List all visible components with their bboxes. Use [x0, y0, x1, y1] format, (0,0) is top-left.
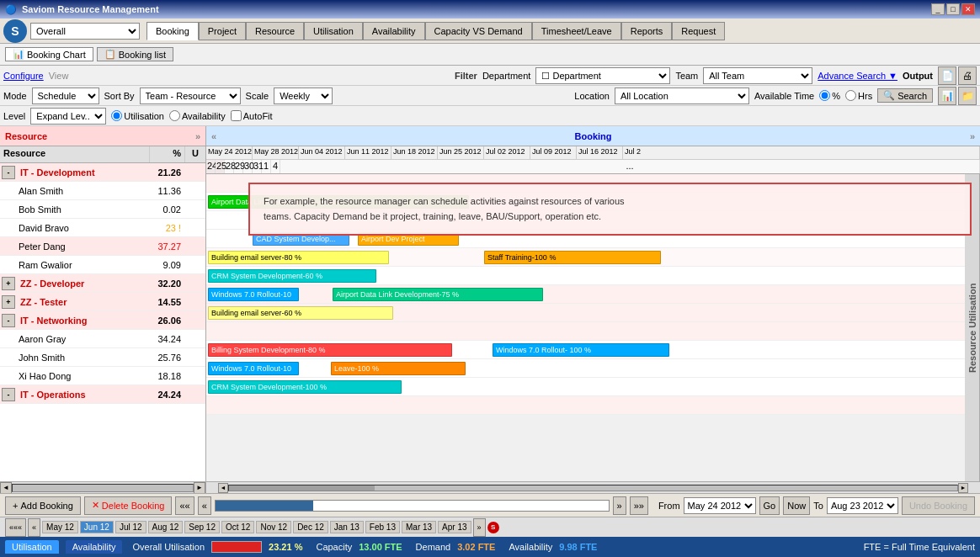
h-scrollbar-thumb[interactable]	[229, 485, 375, 491]
tab-booking[interactable]: Booking	[146, 22, 199, 40]
go-btn[interactable]: Go	[759, 496, 780, 515]
bar-zz-airport[interactable]: Airport Data Link Development-75 %	[333, 288, 543, 301]
row-alan-smith[interactable]: Alan Smith 11.36	[0, 182, 205, 200]
expand-left-icon[interactable]: »	[195, 131, 200, 141]
month-feb13[interactable]: Feb 13	[365, 521, 400, 533]
h-scroll-gantt[interactable]: ◄ ►	[206, 481, 980, 493]
undo-booking-btn[interactable]: Undo Booking	[902, 496, 975, 515]
overall-dropdown[interactable]: Overall	[30, 23, 140, 40]
h-scroll-left[interactable]	[12, 484, 194, 492]
h-scrollbar[interactable]	[228, 485, 958, 491]
month-may12[interactable]: May 12	[42, 521, 78, 533]
utilisation-radio-label[interactable]: Utilisation	[111, 110, 164, 121]
status-tab-availability[interactable]: Availability	[66, 540, 123, 554]
export-icon-2[interactable]: 📁	[958, 87, 977, 105]
month-jul12[interactable]: Jul 12	[115, 521, 146, 533]
availability-radio-label[interactable]: Availability	[169, 110, 226, 121]
bar-ram-crm[interactable]: CRM System Development-60 %	[208, 269, 376, 283]
month-mar13[interactable]: Mar 13	[402, 521, 436, 533]
group-it-development[interactable]: - IT - Development 21.26	[0, 163, 205, 182]
tab-availability[interactable]: Availability	[363, 22, 425, 40]
scroll-left-btn[interactable]: ◄	[0, 482, 12, 494]
output-icon-2[interactable]: 🖨	[958, 66, 977, 85]
pct-radio[interactable]	[819, 90, 830, 101]
tab-resource[interactable]: Resource	[246, 22, 304, 40]
month-sep12[interactable]: Sep 12	[184, 521, 220, 533]
team-dropdown[interactable]: All Team	[703, 67, 812, 84]
row-peter-dang[interactable]: Peter Dang 37.27	[0, 237, 205, 256]
tab-capacity-demand[interactable]: Capacity VS Demand	[425, 22, 532, 40]
bar-xi-crm[interactable]: CRM System Development-100 %	[208, 380, 402, 394]
tab-project[interactable]: Project	[199, 22, 246, 40]
month-aug12[interactable]: Aug 12	[148, 521, 184, 533]
row-bob-smith[interactable]: Bob Smith 0.02	[0, 200, 205, 219]
minimize-btn[interactable]: _	[931, 3, 945, 15]
hrs-radio-label[interactable]: Hrs	[845, 90, 872, 101]
autofit-checkbox-label[interactable]: AutoFit	[231, 110, 273, 121]
month-jan13[interactable]: Jan 13	[330, 521, 364, 533]
month-oct12[interactable]: Oct 12	[221, 521, 254, 533]
bar-tester-email[interactable]: Building email server-60 %	[208, 306, 393, 320]
tab-reports[interactable]: Reports	[621, 22, 673, 40]
row-john-smith[interactable]: John Smith 25.76	[0, 348, 205, 367]
nav-first-btn[interactable]: ««	[175, 496, 194, 515]
collapse-it-networking-btn[interactable]: -	[2, 314, 15, 327]
from-date-select[interactable]: May 24 2012	[684, 497, 756, 514]
collapse-it-ops-btn[interactable]: -	[2, 388, 15, 401]
sort-by-dropdown[interactable]: Team - Resource	[140, 88, 241, 104]
group-it-operations[interactable]: - IT - Operations 24.24	[0, 385, 205, 404]
export-icon-1[interactable]: 📊	[938, 87, 956, 105]
utilisation-radio[interactable]	[111, 110, 122, 121]
group-zz-developer[interactable]: + ZZ - Developer 32.20	[0, 274, 205, 293]
month-nov12[interactable]: Nov 12	[256, 521, 291, 533]
nav-prev-btn[interactable]: «	[198, 496, 211, 515]
to-date-select[interactable]: Aug 23 2012	[827, 497, 898, 514]
output-icon-1[interactable]: 📄	[938, 66, 956, 85]
advance-search-link[interactable]: Advance Search ▼	[818, 71, 897, 81]
timeline-nav-next[interactable]: »	[473, 518, 486, 537]
scale-dropdown[interactable]: Weekly	[274, 88, 333, 104]
bar-john-leave[interactable]: Leave-100 %	[331, 362, 466, 375]
row-ram-gwalior[interactable]: Ram Gwalior 9.09	[0, 256, 205, 274]
subtab-booking-list[interactable]: 📋 Booking list	[97, 47, 173, 61]
month-jun12[interactable]: Jun 12	[80, 521, 114, 533]
timeline-nav-prev[interactable]: «	[28, 518, 40, 537]
nav-next-btn[interactable]: »	[613, 496, 626, 515]
maximize-btn[interactable]: □	[946, 3, 960, 15]
h-scroll-right-btn[interactable]: ►	[958, 483, 968, 493]
nav-last-btn[interactable]: »»	[630, 496, 648, 515]
add-booking-btn[interactable]: + Add Booking	[5, 496, 81, 515]
bar-peter-training[interactable]: Staff Training-100 %	[484, 251, 661, 264]
bar-aaron-windows[interactable]: Windows 7.0 Rollout- 100 %	[493, 343, 669, 357]
expand-zz-tester-btn[interactable]: +	[2, 295, 15, 309]
subtab-booking-chart[interactable]: 📊 Booking Chart	[5, 47, 93, 61]
bar-aaron-billing[interactable]: Billing System Development-80 %	[208, 343, 452, 357]
timeline-nav-first[interactable]: «««	[5, 518, 26, 537]
group-zz-tester[interactable]: + ZZ - Tester 14.55	[0, 293, 205, 311]
expand-right-icon[interactable]: »	[970, 131, 975, 141]
level-dropdown[interactable]: Expand Lev...	[30, 108, 106, 125]
mode-dropdown[interactable]: Schedule	[32, 88, 99, 104]
group-it-networking[interactable]: - IT - Networking 26.06	[0, 311, 205, 330]
delete-booking-btn[interactable]: ✕ Delete Booking	[84, 496, 173, 515]
tab-utilisation[interactable]: Utilisation	[304, 22, 363, 40]
tab-request[interactable]: Request	[672, 22, 725, 40]
tab-timesheet[interactable]: Timesheet/Leave	[532, 22, 621, 40]
scroll-right-btn[interactable]: ►	[194, 482, 205, 494]
bar-zz-windows[interactable]: Windows 7.0 Rollout-10	[208, 288, 299, 301]
hrs-radio[interactable]	[845, 90, 856, 101]
month-dec12[interactable]: Dec 12	[293, 521, 328, 533]
row-aaron-gray[interactable]: Aaron Gray 34.24	[0, 330, 205, 348]
bar-john-windows[interactable]: Windows 7.0 Rollout-10	[208, 362, 299, 375]
row-xi-hao-dong[interactable]: Xi Hao Dong 18.18	[0, 367, 205, 385]
now-btn[interactable]: Now	[783, 496, 810, 515]
h-scroll-left-btn[interactable]: ◄	[218, 483, 228, 493]
collapse-it-dev-btn[interactable]: -	[2, 166, 15, 179]
location-dropdown[interactable]: All Location	[615, 88, 749, 104]
close-btn[interactable]: ✕	[961, 3, 975, 15]
row-david-bravo[interactable]: David Bravo 23 !	[0, 219, 205, 237]
autofit-checkbox[interactable]	[231, 110, 242, 121]
pct-radio-label[interactable]: %	[819, 90, 840, 101]
title-bar-controls[interactable]: _ □ ✕	[931, 3, 975, 15]
availability-radio[interactable]	[169, 110, 180, 121]
